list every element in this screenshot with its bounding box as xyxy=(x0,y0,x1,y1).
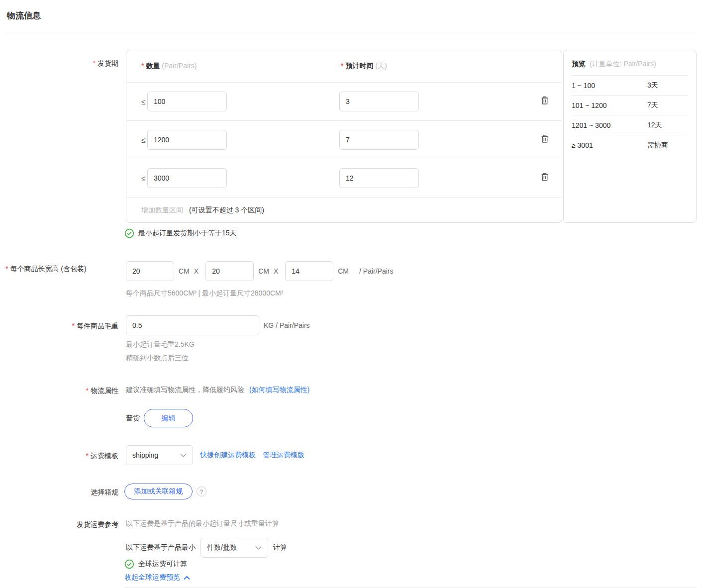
page-title: 物流信息 xyxy=(7,10,41,21)
calc-suffix: 计算 xyxy=(273,543,287,552)
delete-row-button-2[interactable] xyxy=(541,134,549,144)
selected-template: shipping xyxy=(132,451,158,459)
delivery-row-3: ≤ xyxy=(126,159,562,197)
create-template-link[interactable]: 快捷创建运费模板 xyxy=(200,451,256,460)
length-input[interactable] xyxy=(126,261,174,281)
days-input-1[interactable] xyxy=(339,92,419,111)
title-divider xyxy=(7,33,697,33)
required-asterisk: * xyxy=(5,265,8,273)
freight-calc-row: 以下运费基于产品最小 件数/批数 计算 xyxy=(126,538,287,558)
dimensions-label: *每个商品长宽高 (含包装) xyxy=(0,257,118,280)
chevron-down-icon xyxy=(255,546,262,550)
delivery-valid-note: 最小起订量发货期小于等于15天 xyxy=(124,228,237,238)
collapse-global-freight-link[interactable]: 收起全球运费预览 xyxy=(124,573,180,582)
edit-attr-button[interactable]: 编辑 xyxy=(144,409,193,427)
height-input[interactable] xyxy=(285,261,333,281)
required-asterisk: * xyxy=(86,387,89,394)
logistics-attr-value-row: 普货 编辑 xyxy=(126,409,193,427)
calc-prefix: 以下运费基于产品最小 xyxy=(126,543,196,552)
carton-spec-label: 选择箱规 xyxy=(0,487,118,497)
delete-row-button-1[interactable] xyxy=(541,96,549,106)
trash-icon xyxy=(541,134,549,143)
required-asterisk: * xyxy=(93,59,96,67)
weight-hint-1: 最小起订量毛重2.5KG xyxy=(126,340,195,349)
time-column-header: *预计时间 (天) xyxy=(341,62,387,71)
lte-symbol: ≤ xyxy=(141,98,145,106)
qty-input-2[interactable] xyxy=(147,130,227,150)
delivery-table-footer: 增加数量区间 (可设置不超过 3 个区间) xyxy=(126,197,562,223)
logistics-attr-label: *物流属性 xyxy=(0,386,118,395)
qty-input-3[interactable] xyxy=(147,168,227,188)
delivery-preview-panel: 预览 (计量单位: Pair/Pairs) 1 ~ 100 3天 101 ~ 1… xyxy=(563,50,697,223)
dimensions-hint: 每个商品尺寸5600CM³ | 最小起订量尺寸28000CM³ xyxy=(126,289,283,298)
add-quantity-range-link[interactable]: 增加数量区间 xyxy=(141,206,183,215)
days-input-3[interactable] xyxy=(339,168,419,188)
logistics-attr-desc: 建议准确填写物流属性，降低履约风险 (如何填写物流属性) xyxy=(126,386,309,394)
carton-spec-row: 添加或关联箱规 ? xyxy=(124,484,206,499)
freight-ref-label: 发货运费参考 xyxy=(0,519,118,529)
trash-icon xyxy=(541,173,549,181)
qty-column-header: *数量 (Pair/Pairs) xyxy=(141,62,197,71)
check-circle-icon xyxy=(124,559,134,569)
attr-value: 普货 xyxy=(126,414,140,423)
time-unit: (天) xyxy=(375,62,387,70)
preview-row: ≥ 3001 需协商 xyxy=(572,135,688,155)
delivery-row-1: ≤ xyxy=(126,83,562,121)
check-circle-icon xyxy=(124,228,134,238)
required-asterisk: * xyxy=(141,62,144,70)
weight-unit: KG / Pair/Pairs xyxy=(264,321,310,329)
required-asterisk: * xyxy=(72,322,75,330)
days-input-2[interactable] xyxy=(339,130,419,150)
height-unit: CM xyxy=(338,267,349,275)
delivery-period-table: *数量 (Pair/Pairs) *预计时间 (天) ≤ ≤ xyxy=(126,50,562,223)
question-circle-icon[interactable]: ? xyxy=(197,487,206,496)
delivery-table-header: *数量 (Pair/Pairs) *预计时间 (天) xyxy=(126,50,562,83)
weight-input[interactable] xyxy=(126,315,259,335)
width-input[interactable] xyxy=(205,261,254,281)
trash-icon xyxy=(541,96,549,104)
how-to-fill-attr-link[interactable]: (如何填写物流属性) xyxy=(249,386,309,393)
delete-row-button-3[interactable] xyxy=(541,173,549,183)
freight-template-row: shipping 快捷创建运费模板 管理运费模版 xyxy=(126,445,304,465)
times-symbol: X xyxy=(194,267,199,275)
times-symbol: X xyxy=(274,267,278,275)
delivery-row-2: ≤ xyxy=(126,121,562,159)
calc-basis-value: 件数/批数 xyxy=(207,543,237,552)
logistics-info-section: 物流信息 *发货期 *数量 (Pair/Pairs) *预计时间 (天) ≤ xyxy=(0,0,704,588)
freight-template-label: *运费模板 xyxy=(0,451,118,461)
manage-template-link[interactable]: 管理运费模版 xyxy=(263,451,304,460)
preview-header: 预览 (计量单位: Pair/Pairs) xyxy=(564,50,696,75)
length-unit: CM xyxy=(179,267,190,275)
preview-unit: (计量单位: Pair/Pairs) xyxy=(590,60,656,68)
freight-template-select[interactable]: shipping xyxy=(126,445,193,465)
preview-row: 1 ~ 100 3天 xyxy=(572,75,688,95)
required-asterisk: * xyxy=(341,62,343,70)
add-range-hint: (可设置不超过 3 个区间) xyxy=(189,206,264,215)
weight-hint-2: 精确到小数点后三位 xyxy=(126,354,189,363)
add-carton-spec-button[interactable]: 添加或关联箱规 xyxy=(124,484,193,499)
chevron-down-icon xyxy=(180,453,187,458)
chevron-up-icon[interactable] xyxy=(184,576,190,580)
delivery-period-label: *发货期 xyxy=(0,58,118,68)
bottom-divider xyxy=(124,587,697,588)
lte-symbol: ≤ xyxy=(141,174,145,183)
freight-ref-desc: 以下运费是基于产品的最小起订量尺寸或重量计算 xyxy=(126,519,279,528)
preview-row: 1201 ~ 3000 12天 xyxy=(572,115,688,135)
calc-basis-select[interactable]: 件数/批数 xyxy=(201,538,268,558)
preview-title: 预览 xyxy=(572,60,586,68)
global-freight-note: 全球运费可计算 xyxy=(124,559,187,569)
required-asterisk: * xyxy=(86,452,89,460)
width-unit: CM xyxy=(258,267,269,275)
dimensions-inputs: CM X CM X CM / Pair/Pairs xyxy=(126,261,394,281)
collapse-preview-row: 收起全球运费预览 xyxy=(124,573,190,582)
weight-label: *每件商品毛重 xyxy=(0,321,118,331)
dimensions-per-unit: / Pair/Pairs xyxy=(359,267,393,275)
lte-symbol: ≤ xyxy=(141,136,145,144)
weight-row: KG / Pair/Pairs xyxy=(126,315,314,335)
qty-input-1[interactable] xyxy=(147,92,227,111)
qty-unit: (Pair/Pairs) xyxy=(162,62,197,70)
preview-row: 101 ~ 1200 7天 xyxy=(572,95,688,115)
